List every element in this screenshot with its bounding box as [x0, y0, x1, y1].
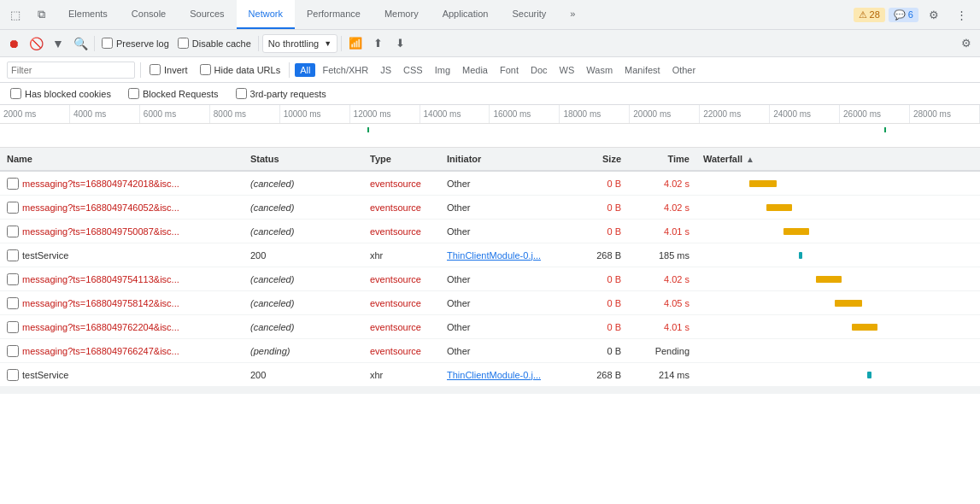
- cell-initiator: Other: [440, 291, 560, 314]
- table-row[interactable]: messaging?ts=1688049762204&isc...(cancel…: [0, 315, 980, 339]
- timeline-bars: [0, 124, 980, 148]
- row-checkbox[interactable]: [7, 297, 19, 309]
- clear-button[interactable]: 🚫: [26, 33, 46, 54]
- table-row[interactable]: testService200xhrThinClientModule-0.j...…: [0, 363, 980, 387]
- row-type-text: eventsource: [370, 274, 421, 284]
- throttle-label: No throttling: [268, 38, 319, 49]
- col-header-type[interactable]: Type: [363, 148, 440, 170]
- filter-type-ws[interactable]: WS: [555, 63, 580, 77]
- filter-type-doc[interactable]: Doc: [525, 63, 553, 77]
- network-settings-icon[interactable]: ⚙: [956, 33, 977, 54]
- blocked-cookies-label[interactable]: Has blocked cookies: [7, 88, 114, 99]
- tab-network[interactable]: Network: [237, 0, 295, 29]
- filter-input[interactable]: [7, 62, 135, 79]
- row-checkbox[interactable]: [7, 273, 19, 285]
- row-checkbox[interactable]: [7, 249, 19, 261]
- col-header-status-label: Status: [250, 154, 279, 164]
- row-initiator-text[interactable]: ThinClientModule-0.j...: [447, 370, 541, 380]
- download-icon[interactable]: ⬇: [390, 33, 410, 54]
- filter-type-manifest[interactable]: Manifest: [619, 63, 666, 77]
- tab-console[interactable]: Console: [120, 0, 178, 29]
- row-checkbox[interactable]: [7, 202, 19, 214]
- invert-checkbox[interactable]: [150, 64, 161, 75]
- col-header-status[interactable]: Status: [244, 148, 363, 170]
- row-type-text: xhr: [370, 250, 383, 261]
- blocked-cookies-checkbox[interactable]: [10, 88, 21, 99]
- col-header-waterfall[interactable]: Waterfall ▲: [696, 148, 980, 170]
- wifi-icon[interactable]: 📶: [345, 33, 366, 54]
- hide-data-label[interactable]: Hide data URLs: [197, 64, 285, 75]
- divider-1: [94, 36, 95, 51]
- sort-icon: ▲: [746, 155, 754, 164]
- third-party-label[interactable]: 3rd-party requests: [232, 88, 330, 99]
- preserve-log-checkbox[interactable]: [102, 38, 113, 49]
- upload-icon[interactable]: ⬆: [367, 33, 388, 54]
- preserve-log-label[interactable]: Preserve log: [98, 38, 173, 49]
- row-initiator-text[interactable]: ThinClientModule-0.j...: [447, 250, 541, 261]
- filter-type-css[interactable]: CSS: [398, 63, 428, 77]
- info-badge[interactable]: 💬 6: [889, 8, 918, 22]
- row-checkbox[interactable]: [7, 321, 19, 333]
- cell-type: eventsource: [363, 172, 440, 195]
- cell-size: 268 B: [560, 243, 628, 267]
- filter-type-fetch/xhr[interactable]: Fetch/XHR: [317, 63, 373, 77]
- waterfall-bar: [783, 228, 809, 235]
- filter-type-other[interactable]: Other: [667, 63, 701, 77]
- table-row[interactable]: messaging?ts=1688049742018&isc...(cancel…: [0, 172, 980, 196]
- timeline-labels: 2000 ms4000 ms6000 ms8000 ms10000 ms1200…: [0, 105, 980, 124]
- col-header-name[interactable]: Name: [0, 148, 244, 170]
- blocked-requests-label[interactable]: Blocked Requests: [125, 88, 222, 99]
- row-checkbox[interactable]: [7, 369, 19, 381]
- row-checkbox[interactable]: [7, 226, 19, 237]
- tab-performance[interactable]: Performance: [295, 0, 373, 29]
- col-header-time[interactable]: Time: [628, 148, 696, 170]
- scrollbar-area[interactable]: [0, 387, 980, 394]
- tab-application[interactable]: Application: [431, 0, 501, 29]
- cell-waterfall: [696, 315, 980, 338]
- cell-type: xhr: [363, 243, 440, 267]
- table-row[interactable]: messaging?ts=1688049750087&isc...(cancel…: [0, 220, 980, 243]
- hide-data-checkbox[interactable]: [200, 64, 211, 75]
- tab-more[interactable]: »: [558, 0, 587, 29]
- disable-cache-text: Disable cache: [192, 38, 251, 49]
- row-size-text: 0 B: [607, 322, 621, 332]
- row-time-text: 4.02 s: [664, 202, 690, 213]
- row-checkbox[interactable]: [7, 178, 19, 190]
- filter-type-all[interactable]: All: [295, 63, 315, 77]
- disable-cache-checkbox[interactable]: [178, 38, 189, 49]
- throttle-dropdown[interactable]: No throttling ▼: [262, 34, 337, 53]
- col-header-size[interactable]: Size: [560, 148, 628, 170]
- settings-icon[interactable]: ⚙: [922, 3, 946, 26]
- more-options-icon[interactable]: ⋮: [949, 3, 973, 26]
- filter-type-js[interactable]: JS: [375, 63, 396, 77]
- row-status-text: (canceled): [250, 202, 294, 213]
- invert-label[interactable]: Invert: [146, 64, 191, 75]
- device-icon[interactable]: ⧉: [29, 3, 53, 26]
- blocked-requests-checkbox[interactable]: [128, 88, 139, 99]
- inspect-icon[interactable]: ⬚: [3, 3, 27, 26]
- divider-3: [341, 36, 342, 51]
- tab-security[interactable]: Security: [500, 0, 558, 29]
- warning-badge[interactable]: ⚠ 28: [854, 8, 885, 22]
- record-button[interactable]: ⏺: [3, 33, 24, 54]
- tab-memory[interactable]: Memory: [373, 0, 431, 29]
- table-row[interactable]: messaging?ts=1688049754113&isc...(cancel…: [0, 267, 980, 291]
- table-row[interactable]: messaging?ts=1688049758142&isc...(cancel…: [0, 291, 980, 315]
- table-row[interactable]: testService200xhrThinClientModule-0.j...…: [0, 243, 980, 267]
- col-header-initiator[interactable]: Initiator: [440, 148, 560, 170]
- filter-type-wasm[interactable]: Wasm: [581, 63, 618, 77]
- cell-size: 268 B: [560, 363, 628, 386]
- table-row[interactable]: messaging?ts=1688049766247&isc...(pendin…: [0, 339, 980, 363]
- row-checkbox[interactable]: [7, 345, 19, 357]
- filter-icon-button[interactable]: ▼: [48, 33, 68, 54]
- cell-name: messaging?ts=1688049766247&isc...: [0, 339, 244, 362]
- third-party-checkbox[interactable]: [236, 88, 247, 99]
- filter-type-media[interactable]: Media: [457, 63, 493, 77]
- search-button[interactable]: 🔍: [70, 33, 91, 54]
- filter-type-font[interactable]: Font: [495, 63, 524, 77]
- table-row[interactable]: messaging?ts=1688049746052&isc...(cancel…: [0, 196, 980, 220]
- tab-elements[interactable]: Elements: [56, 0, 120, 29]
- disable-cache-label[interactable]: Disable cache: [174, 38, 255, 49]
- tab-sources[interactable]: Sources: [178, 0, 236, 29]
- filter-type-img[interactable]: Img: [430, 63, 455, 77]
